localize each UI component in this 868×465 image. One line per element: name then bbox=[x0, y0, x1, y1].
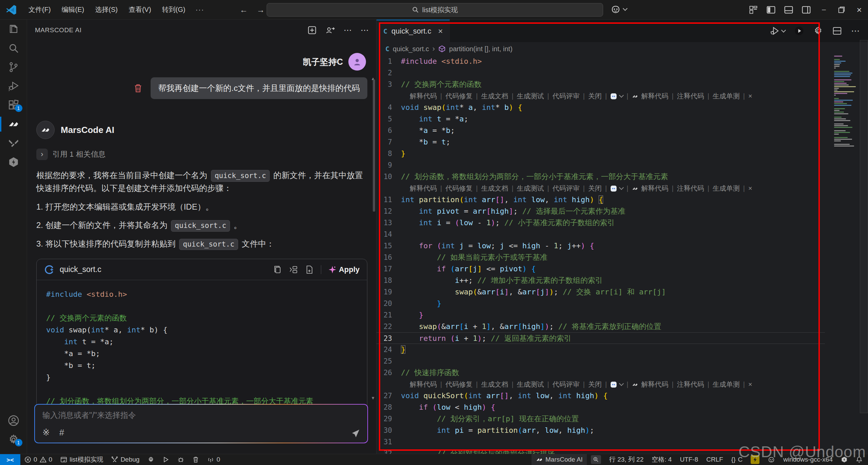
doubao-icon[interactable] bbox=[610, 90, 617, 102]
bug-status-icon[interactable] bbox=[173, 454, 188, 465]
code-line-9[interactable]: 9 bbox=[377, 159, 825, 171]
editor-gear-icon[interactable] bbox=[813, 26, 823, 36]
chat-input[interactable]: 输入消息或者"/"来选择指令 ※ # bbox=[35, 405, 367, 443]
indentation[interactable]: 空格: 4 bbox=[648, 454, 676, 465]
codelens-ai-link[interactable]: 注释代码 bbox=[677, 182, 704, 194]
code-line-14[interactable]: 14 bbox=[377, 229, 825, 240]
chat-scrollbar[interactable] bbox=[373, 79, 375, 212]
codelens-link[interactable]: 关闭 bbox=[588, 182, 602, 194]
code-line-12[interactable]: 12 int pivot = arr[high]; // 选择最后一个元素作为基… bbox=[377, 206, 825, 217]
toggle-panel-icon[interactable] bbox=[780, 0, 797, 20]
notifications-bell-icon[interactable] bbox=[852, 454, 868, 465]
context-hash-icon[interactable]: # bbox=[59, 427, 64, 438]
menu-item-1[interactable]: 编辑(E) bbox=[56, 3, 90, 16]
problems-indicator[interactable]: 0 0 bbox=[20, 454, 56, 465]
code-line-29[interactable]: 29 // 划分索引，arr[p] 现在在正确的位置 bbox=[377, 413, 825, 425]
toggle-sidebar-icon[interactable] bbox=[762, 0, 780, 20]
chevron-down-icon[interactable] bbox=[619, 93, 624, 98]
sidebar-item-marscode[interactable] bbox=[0, 115, 27, 134]
marscode-status-item[interactable]: MarsCode AI bbox=[532, 454, 587, 465]
sidebar-item-source-control[interactable] bbox=[0, 58, 27, 77]
delete-message-icon[interactable] bbox=[134, 83, 142, 93]
codelens-ai-link[interactable]: 注释代码 bbox=[677, 90, 704, 102]
codelens-link[interactable]: 代码评审 bbox=[553, 379, 580, 390]
code-line-28[interactable]: 28 if (low < high) { bbox=[377, 402, 825, 413]
run-debug-action-icon[interactable] bbox=[770, 26, 785, 36]
code-line-15[interactable]: 15 for (int j = low; j <= high - 1; j++)… bbox=[377, 240, 825, 252]
codelens-link[interactable]: 生成文档 bbox=[481, 379, 508, 390]
breadcrumb-file[interactable]: quick_sort.c bbox=[393, 45, 429, 53]
account-button[interactable] bbox=[0, 411, 27, 430]
assistant-menu[interactable] bbox=[611, 4, 627, 14]
code-line-26[interactable]: 26// 快速排序函数 bbox=[377, 367, 825, 379]
code-line-5[interactable]: 5 int t = *a; bbox=[377, 113, 825, 125]
code-line-11[interactable]: 11int partition(int arr[], int low, int … bbox=[377, 194, 825, 206]
cursor-position[interactable]: 行 23, 列 22 bbox=[605, 454, 648, 465]
code-line-1[interactable]: 1#include <stdio.h> bbox=[377, 56, 825, 67]
codelens-link[interactable]: 代码评审 bbox=[553, 182, 580, 194]
command-center-search[interactable]: list模拟实现 bbox=[267, 3, 603, 17]
codelens-link[interactable]: 生成文档 bbox=[481, 182, 508, 194]
codelens-link[interactable]: 关闭 bbox=[588, 379, 602, 390]
minimize-icon[interactable]: ─ bbox=[815, 0, 833, 20]
new-chat-icon[interactable] bbox=[308, 26, 316, 35]
minimap[interactable] bbox=[834, 56, 859, 454]
customize-layout-icon[interactable] bbox=[745, 0, 762, 20]
code-line-10[interactable]: 10// 划分函数，将数组划分为两部分，一部分小于基准元素，一部分大于基准元素 bbox=[377, 171, 825, 182]
ports-indicator[interactable]: 0 bbox=[203, 454, 224, 465]
restore-icon[interactable] bbox=[833, 0, 850, 20]
doubao-icon[interactable] bbox=[610, 379, 617, 390]
run-status-icon[interactable] bbox=[158, 454, 173, 465]
debug-config-item[interactable]: Debug bbox=[107, 454, 143, 465]
code-line-17[interactable]: 17 if (arr[j] <= pivot) { bbox=[377, 263, 825, 275]
code-line-6[interactable]: 6 *a = *b; bbox=[377, 125, 825, 136]
language-mode[interactable]: {} C bbox=[727, 454, 747, 465]
share-session-icon[interactable] bbox=[325, 26, 335, 35]
codelens-link[interactable]: 解释代码 bbox=[410, 90, 437, 102]
mascot-status-item[interactable] bbox=[764, 454, 779, 465]
codelens-link[interactable]: 代码评审 bbox=[553, 90, 580, 102]
code-line-20[interactable]: 20 } bbox=[377, 298, 825, 309]
chevron-down-icon[interactable] bbox=[619, 185, 624, 190]
nav-back-icon[interactable]: ← bbox=[239, 5, 248, 15]
code-line-19[interactable]: 19 swap(&arr[i], &arr[j]); // 交换 arr[i] … bbox=[377, 286, 825, 298]
codelens-ai-link[interactable]: 生成单测 bbox=[713, 379, 740, 390]
codelens-ai-link[interactable]: 解释代码 bbox=[641, 379, 668, 390]
menu-item-0[interactable]: 文件(F) bbox=[23, 3, 56, 16]
sidebar-item-tools[interactable] bbox=[0, 134, 27, 153]
tab-close-icon[interactable]: × bbox=[438, 26, 443, 36]
split-editor-icon[interactable] bbox=[832, 26, 842, 36]
doubao-icon[interactable] bbox=[610, 182, 617, 194]
codelens-link[interactable]: 代码修复 bbox=[445, 182, 472, 194]
nav-forward-icon[interactable]: → bbox=[256, 5, 265, 15]
code-line-22[interactable]: 22 swap(&arr[i + 1], &arr[high]); // 将基准… bbox=[377, 321, 825, 332]
editor-more-icon[interactable]: ⋯ bbox=[851, 26, 861, 36]
gear-status-icon[interactable] bbox=[143, 454, 158, 465]
command-icon[interactable]: ※ bbox=[42, 427, 50, 438]
apply-button[interactable]: Apply bbox=[329, 265, 360, 274]
sidebar-item-extensions[interactable]: 1 bbox=[0, 96, 27, 115]
code-line-2[interactable]: 2 bbox=[377, 67, 825, 79]
toggle-secondary-sidebar-icon[interactable] bbox=[797, 0, 815, 20]
reference-toggle[interactable]: › 引用 1 相关信息 bbox=[36, 149, 367, 160]
codelens-link[interactable]: 解释代码 bbox=[410, 182, 437, 194]
menu-item-2[interactable]: 选择(S) bbox=[90, 3, 123, 16]
sidebar-item-explorer[interactable] bbox=[0, 20, 27, 39]
code-line-16[interactable]: 16 // 如果当前元素小于或等于基准 bbox=[377, 252, 825, 263]
panel-views-more-icon[interactable]: ⋯ bbox=[361, 25, 369, 35]
code-line-21[interactable]: 21 } bbox=[377, 309, 825, 321]
code-line-30[interactable]: 30 int pi = partition(arr, low, high); bbox=[377, 425, 825, 436]
codelens-ai-link[interactable]: 解释代码 bbox=[641, 182, 668, 194]
insert-at-cursor-icon[interactable] bbox=[289, 265, 298, 274]
scroll-down-arrow[interactable]: ▼ bbox=[371, 395, 375, 401]
codelens-ai-link[interactable]: 生成单测 bbox=[713, 90, 740, 102]
code-line-25[interactable]: 25 bbox=[377, 355, 825, 367]
sidebar-item-hexagon-plugin[interactable] bbox=[0, 153, 27, 172]
codelens-close[interactable]: × bbox=[748, 182, 752, 194]
code-line-7[interactable]: 7 *b = t; bbox=[377, 136, 825, 148]
codelens-link[interactable]: 解释代码 bbox=[410, 379, 437, 390]
code-line-31[interactable]: 31 bbox=[377, 436, 825, 448]
close-window-icon[interactable]: × bbox=[850, 0, 868, 20]
code-line-8[interactable]: 8} bbox=[377, 148, 825, 159]
create-file-icon[interactable] bbox=[305, 265, 313, 274]
